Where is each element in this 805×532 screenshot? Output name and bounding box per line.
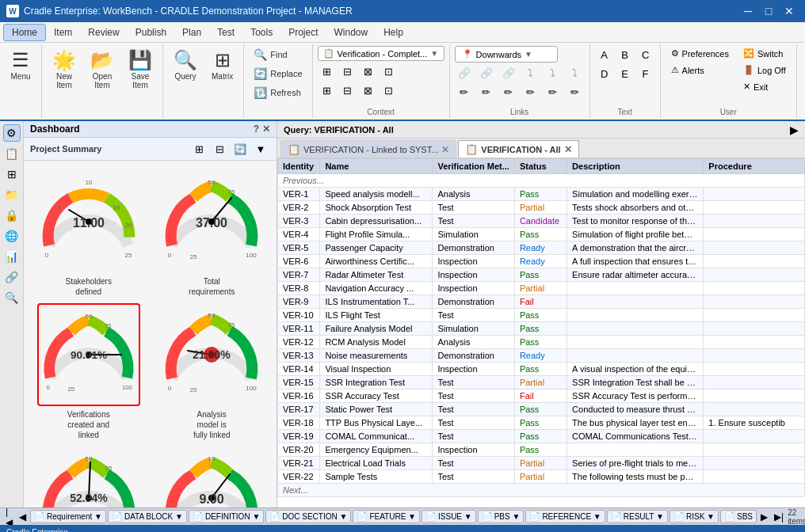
query-button[interactable]: 🔍 Query bbox=[168, 46, 203, 84]
sidebar-icon-8[interactable]: 🔗 bbox=[3, 268, 21, 286]
table-row[interactable]: VER-19 COMAL Communicat... Test Pass COM… bbox=[278, 430, 805, 443]
status-issue-button[interactable]: 📄 ISSUE ▼ bbox=[422, 510, 476, 523]
status-risk-button[interactable]: 📄 RISK ▼ bbox=[670, 510, 719, 523]
replace-button[interactable]: 🔄 Replace bbox=[249, 65, 307, 82]
col-header-description[interactable]: Description bbox=[567, 159, 704, 174]
sidebar-icon-4[interactable]: 📁 bbox=[3, 186, 21, 203]
col-header-status[interactable]: Status bbox=[514, 159, 567, 174]
menu-help[interactable]: Help bbox=[376, 25, 411, 40]
nav-first-icon[interactable]: |◀ bbox=[3, 507, 15, 525]
menu-publish[interactable]: Publish bbox=[128, 25, 174, 40]
text-format-3[interactable]: C bbox=[636, 46, 655, 63]
menu-test[interactable]: Test bbox=[209, 25, 242, 40]
tab-close-2[interactable]: ✕ bbox=[564, 145, 572, 154]
menu-tools[interactable]: Tools bbox=[242, 25, 280, 40]
text-format-2[interactable]: B bbox=[616, 46, 635, 63]
menu-plan[interactable]: Plan bbox=[174, 25, 209, 40]
table-row[interactable]: VER-14 Visual Inspection Inspection Pass… bbox=[278, 363, 805, 376]
preferences-button[interactable]: ⚙ Preferences bbox=[666, 46, 734, 61]
table-row[interactable]: VER-16 SSR Accuracy Test Test Fail SSR A… bbox=[278, 390, 805, 403]
tab-close-1[interactable]: ✕ bbox=[441, 145, 449, 154]
sidebar-icon-dashboard[interactable]: ⚙ bbox=[3, 124, 21, 142]
text-icon-2[interactable]: ✏ bbox=[477, 83, 496, 101]
table-row[interactable]: VER-3 Cabin depressurisation... Test Can… bbox=[278, 215, 805, 228]
sidebar-icon-3[interactable]: ⊞ bbox=[3, 165, 21, 183]
panel-refresh-icon[interactable]: 🔄 bbox=[231, 140, 250, 158]
table-row[interactable]: VER-8 Navigation Accuracy ... Inspection… bbox=[278, 282, 805, 295]
grid-icon-7[interactable]: ⊠ bbox=[359, 82, 378, 99]
refresh-button[interactable]: 🔃 Refresh bbox=[249, 84, 307, 101]
link-icon-3[interactable]: 🔗 bbox=[499, 64, 518, 82]
status-pbs-button[interactable]: 📄 PBS ▼ bbox=[478, 510, 525, 523]
status-definition-button[interactable]: 📄 DEFINITION ▼ bbox=[189, 510, 264, 523]
table-row[interactable]: VER-12 RCM Analysis Model Analysis Pass bbox=[278, 336, 805, 349]
table-row[interactable]: VER-11 Failure Analysis Model Simulation… bbox=[278, 322, 805, 336]
link-icon-4[interactable]: ⤵ bbox=[521, 64, 540, 82]
table-row[interactable]: VER-20 Emergency Equipmen... Inspection … bbox=[278, 443, 805, 457]
matrix-button[interactable]: ⊞ Matrix bbox=[206, 46, 238, 84]
col-header-name[interactable]: Name bbox=[320, 159, 433, 174]
table-row[interactable]: VER-5 Passenger Capacity Demonstration R… bbox=[278, 241, 805, 255]
query-expand-icon[interactable]: ▶ bbox=[790, 124, 799, 136]
menu-window[interactable]: Window bbox=[326, 25, 376, 40]
grid-icon-6[interactable]: ⊟ bbox=[338, 82, 357, 99]
find-button[interactable]: 🔍 Find bbox=[249, 46, 307, 63]
status-nav-right[interactable]: ▶ ▶| bbox=[758, 511, 786, 523]
grid-icon-4[interactable]: ⊡ bbox=[380, 63, 399, 80]
grid-icon-2[interactable]: ⊟ bbox=[338, 63, 357, 80]
logoff-button[interactable]: 🚪 Log Off bbox=[738, 63, 792, 78]
table-row[interactable]: VER-6 Airworthiness Certific... Inspecti… bbox=[278, 255, 805, 268]
sidebar-icon-2[interactable]: 📋 bbox=[3, 145, 21, 162]
text-format-5[interactable]: E bbox=[616, 65, 635, 82]
close-button[interactable]: ✕ bbox=[780, 4, 799, 18]
status-reference-button[interactable]: 📄 REFERENCE ▼ bbox=[525, 510, 605, 523]
menu-item[interactable]: Item bbox=[46, 25, 80, 40]
exit-button[interactable]: ✕ Exit bbox=[738, 79, 792, 94]
tab-verification-linked[interactable]: 📋 VERIFICATION - Linked to SYST... ✕ bbox=[280, 140, 456, 158]
col-header-identity[interactable]: Identity bbox=[278, 159, 320, 174]
save-item-button[interactable]: 💾 Save Item bbox=[123, 46, 158, 93]
grid-icon-8[interactable]: ⊡ bbox=[380, 82, 399, 99]
open-item-button[interactable]: 📂 Open Item bbox=[85, 46, 120, 93]
menu-button[interactable]: ☰ Menu bbox=[5, 46, 36, 84]
grid-icon-3[interactable]: ⊠ bbox=[359, 63, 378, 80]
col-header-procedure[interactable]: Procedure bbox=[704, 159, 805, 174]
panel-view-icon-2[interactable]: ⊟ bbox=[210, 140, 229, 158]
sidebar-icon-6[interactable]: 🌐 bbox=[3, 227, 21, 245]
text-icon-5[interactable]: ✏ bbox=[544, 83, 563, 101]
text-format-1[interactable]: A bbox=[595, 46, 614, 63]
minimize-button[interactable]: ─ bbox=[738, 4, 757, 18]
table-row[interactable]: VER-1 Speed analysis modell... Analysis … bbox=[278, 188, 805, 201]
status-datablock-button[interactable]: 📄 DATA BLOCK ▼ bbox=[108, 510, 187, 523]
text-icon-4[interactable]: ✏ bbox=[521, 83, 540, 101]
text-icon-1[interactable]: ✏ bbox=[455, 83, 474, 101]
status-nav[interactable]: |◀ ◀ bbox=[3, 507, 29, 525]
new-item-button[interactable]: 🌟 New Item bbox=[47, 46, 82, 93]
link-icon-6[interactable]: ⤵ bbox=[566, 64, 585, 82]
sidebar-icon-9[interactable]: 🔍 bbox=[3, 289, 21, 306]
panel-sub-controls[interactable]: ⊞ ⊟ 🔄 ▼ bbox=[189, 140, 270, 158]
text-icon-6[interactable]: ✏ bbox=[566, 83, 585, 101]
status-sbs-button[interactable]: 📄 SBS bbox=[720, 510, 757, 523]
text-format-6[interactable]: F bbox=[636, 65, 655, 82]
link-icon-5[interactable]: ⤵ bbox=[544, 64, 563, 82]
status-docsection-button[interactable]: 📄 DOC SECTION ▼ bbox=[265, 510, 351, 523]
maximize-button[interactable]: □ bbox=[759, 4, 778, 18]
col-header-method[interactable]: Verification Met... bbox=[433, 159, 514, 174]
verification-dropdown[interactable]: 📋 Verification - Complet... ▼ bbox=[318, 46, 444, 61]
status-requirement-button[interactable]: 📄 Requirement ▼ bbox=[30, 510, 106, 523]
table-row[interactable]: VER-7 Radar Altimeter Test Inspection Pa… bbox=[278, 268, 805, 282]
panel-view-icon-1[interactable]: ⊞ bbox=[189, 140, 208, 158]
menu-home[interactable]: Home bbox=[3, 24, 46, 41]
nav-next-icon[interactable]: ▶ bbox=[758, 511, 770, 523]
nav-last-icon[interactable]: ▶| bbox=[772, 511, 786, 523]
table-row[interactable]: VER-10 ILS Flight Test Test Pass bbox=[278, 309, 805, 322]
link-icon-1[interactable]: 🔗 bbox=[455, 64, 474, 82]
menu-review[interactable]: Review bbox=[80, 25, 127, 40]
status-feature-button[interactable]: 📄 FEATURE ▼ bbox=[353, 510, 420, 523]
text-format-4[interactable]: D bbox=[595, 65, 614, 82]
window-controls[interactable]: ─ □ ✕ bbox=[738, 4, 799, 18]
table-row[interactable]: VER-15 SSR Integration Test Test Partial… bbox=[278, 376, 805, 390]
grid-icon-5[interactable]: ⊞ bbox=[318, 82, 337, 99]
table-row[interactable]: VER-17 Static Power Test Test Pass Condu… bbox=[278, 403, 805, 416]
